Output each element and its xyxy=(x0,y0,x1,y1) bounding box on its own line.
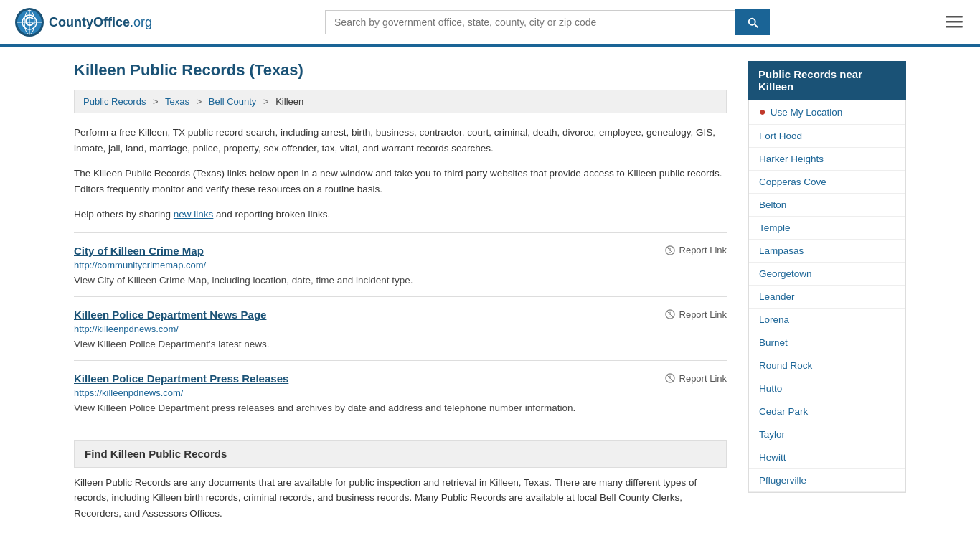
record-desc: View City of Killeen Crime Map, includin… xyxy=(74,273,727,288)
sidebar-city-link[interactable]: Lampasas xyxy=(749,240,905,263)
new-links-link[interactable]: new links xyxy=(174,209,214,220)
record-item: Killeen Police Department Press Releases… xyxy=(74,360,727,425)
breadcrumb-sep-1: > xyxy=(153,96,159,107)
sidebar: Public Records near Killeen ● Use My Loc… xyxy=(748,61,906,522)
sidebar-city-link[interactable]: Copperas Cove xyxy=(749,171,905,194)
record-item: City of Killeen Crime Map Report Link ht… xyxy=(74,232,727,296)
logo-area: C CountyOffice.org xyxy=(14,7,152,37)
svg-rect-8 xyxy=(946,21,963,23)
content-area: Killeen Public Records (Texas) Public Re… xyxy=(74,61,727,522)
sidebar-city-link[interactable]: Burnet xyxy=(749,331,905,354)
sidebar-city-link[interactable]: Lorena xyxy=(749,309,905,331)
find-section-desc: Killeen Public Records are any documents… xyxy=(74,475,727,522)
sidebar-city-link[interactable]: Georgetown xyxy=(749,263,905,286)
sidebar-city-link[interactable]: Hutto xyxy=(749,377,905,400)
report-label: Report Link xyxy=(679,373,727,384)
breadcrumb-sep-2: > xyxy=(197,96,202,107)
record-url: http://communitycrimemap.com/ xyxy=(74,260,727,270)
sidebar-city-link[interactable]: Pflugerville xyxy=(749,469,905,492)
svg-line-12 xyxy=(666,375,674,382)
search-button[interactable] xyxy=(735,9,770,35)
search-input[interactable] xyxy=(325,10,735,34)
desc3-prefix: Help others by sharing xyxy=(74,209,174,220)
sidebar-city-link[interactable]: Fort Hood xyxy=(749,125,905,148)
location-pin-icon: ● xyxy=(759,105,766,118)
search-area xyxy=(325,9,770,35)
record-header: Killeen Police Department Press Releases… xyxy=(74,372,727,385)
find-section-title: Find Killeen Public Records xyxy=(85,448,716,460)
logo-text: CountyOffice.org xyxy=(49,15,152,30)
sidebar-links: ● Use My Location Fort HoodHarker Height… xyxy=(748,100,906,493)
record-item: Killeen Police Department News Page Repo… xyxy=(74,296,727,360)
logo-icon: C xyxy=(14,7,44,37)
record-title[interactable]: Killeen Police Department Press Releases xyxy=(74,372,288,385)
report-icon xyxy=(664,372,676,384)
record-desc: View Killeen Police Department press rel… xyxy=(74,401,727,415)
breadcrumb-public-records[interactable]: Public Records xyxy=(83,96,146,107)
sidebar-title: Public Records near Killeen xyxy=(748,61,906,100)
breadcrumb-sep-3: > xyxy=(263,96,269,107)
description-3: Help others by sharing new links and rep… xyxy=(74,207,727,222)
breadcrumb-bell-county[interactable]: Bell County xyxy=(209,96,256,107)
record-header: City of Killeen Crime Map Report Link xyxy=(74,245,727,257)
record-desc: View Killeen Police Department's latest … xyxy=(74,337,727,352)
use-location-label: Use My Location xyxy=(771,107,843,118)
sidebar-city-link[interactable]: Hewitt xyxy=(749,446,905,469)
sidebar-city-link[interactable]: Taylor xyxy=(749,423,905,446)
record-title[interactable]: Killeen Police Department News Page xyxy=(74,309,266,321)
record-header: Killeen Police Department News Page Repo… xyxy=(74,309,727,321)
report-label: Report Link xyxy=(679,245,727,255)
sidebar-city-link[interactable]: Leander xyxy=(749,286,905,309)
breadcrumb: Public Records > Texas > Bell County > K… xyxy=(74,90,727,113)
svg-rect-9 xyxy=(946,26,963,28)
sidebar-city-link[interactable]: Round Rock xyxy=(749,354,905,377)
record-url: https://killeenpdnews.com/ xyxy=(74,387,727,398)
sidebar-city-link[interactable]: Belton xyxy=(749,194,905,217)
report-link[interactable]: Report Link xyxy=(664,245,727,256)
sidebar-city-link[interactable]: Harker Heights xyxy=(749,148,905,171)
report-icon xyxy=(664,245,676,256)
desc3-suffix: and reporting broken links. xyxy=(213,209,330,220)
sidebar-city-link[interactable]: Cedar Park xyxy=(749,400,905,423)
page-title: Killeen Public Records (Texas) xyxy=(74,61,727,80)
svg-line-11 xyxy=(666,311,674,319)
report-link[interactable]: Report Link xyxy=(664,372,727,384)
description-2: The Killeen Public Records (Texas) links… xyxy=(74,166,727,197)
report-link[interactable]: Report Link xyxy=(664,309,727,320)
breadcrumb-current: Killeen xyxy=(275,96,303,107)
record-url: http://killeenpdnews.com/ xyxy=(74,324,727,334)
report-label: Report Link xyxy=(679,309,727,320)
sidebar-nearby-links: Fort HoodHarker HeightsCopperas CoveBelt… xyxy=(749,125,905,492)
report-icon xyxy=(664,309,676,320)
breadcrumb-texas[interactable]: Texas xyxy=(165,96,189,107)
main-layout: Killeen Public Records (Texas) Public Re… xyxy=(60,47,920,536)
description-1: Perform a free Killeen, TX public record… xyxy=(74,125,727,156)
records-list: City of Killeen Crime Map Report Link ht… xyxy=(74,232,727,425)
svg-rect-7 xyxy=(946,16,963,18)
sidebar-city-link[interactable]: Temple xyxy=(749,217,905,240)
record-title[interactable]: City of Killeen Crime Map xyxy=(74,245,204,257)
svg-line-10 xyxy=(666,247,674,255)
sidebar-use-location[interactable]: ● Use My Location xyxy=(749,100,905,125)
find-section: Find Killeen Public Records xyxy=(74,440,727,468)
menu-button[interactable] xyxy=(943,10,966,35)
header: C CountyOffice.org xyxy=(0,0,980,47)
